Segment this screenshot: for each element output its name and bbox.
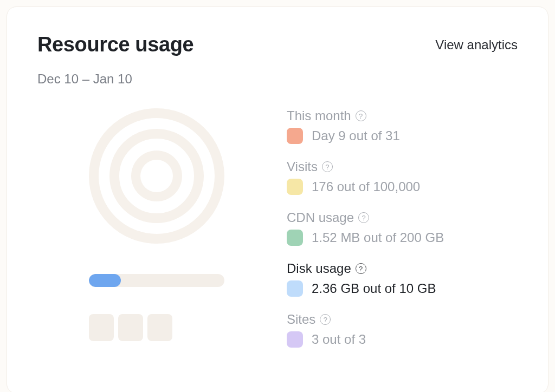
site-block <box>147 314 172 341</box>
radial-usage-chart <box>89 108 224 244</box>
color-swatch <box>287 230 303 246</box>
card-header: Resource usage View analytics <box>37 33 518 56</box>
metric-value: 1.52 MB out of 200 GB <box>312 230 444 245</box>
metric-label: This month <box>287 108 518 123</box>
info-icon[interactable] <box>358 212 369 223</box>
metrics-legend: This monthDay 9 out of 31Visits176 out o… <box>276 108 518 363</box>
color-swatch <box>287 280 303 297</box>
page-title: Resource usage <box>37 33 193 56</box>
info-icon[interactable] <box>356 263 366 274</box>
color-swatch <box>287 179 303 195</box>
metric-disk[interactable]: Disk usage2.36 GB out of 10 GB <box>287 261 518 297</box>
metric-value: Day 9 out of 31 <box>312 128 400 143</box>
disk-usage-bar <box>89 274 224 287</box>
metric-value: 176 out of 100,000 <box>312 179 420 194</box>
charts-column <box>37 108 276 363</box>
metric-month[interactable]: This monthDay 9 out of 31 <box>287 108 518 144</box>
metric-sites[interactable]: Sites3 out of 3 <box>287 312 518 348</box>
disk-usage-fill <box>89 274 121 287</box>
metric-visits[interactable]: Visits176 out of 100,000 <box>287 159 518 195</box>
view-analytics-link[interactable]: View analytics <box>435 37 518 53</box>
metric-label: Visits <box>287 159 518 174</box>
site-block <box>118 314 143 341</box>
metric-label: CDN usage <box>287 210 518 225</box>
info-icon[interactable] <box>320 314 331 325</box>
metric-cdn[interactable]: CDN usage1.52 MB out of 200 GB <box>287 210 518 246</box>
metric-label: Sites <box>287 312 518 327</box>
info-icon[interactable] <box>322 161 333 172</box>
sites-blocks <box>89 314 224 341</box>
site-block <box>89 314 114 341</box>
color-swatch <box>287 331 303 348</box>
metric-label: Disk usage <box>287 261 518 276</box>
metric-value: 2.36 GB out of 10 GB <box>312 281 436 296</box>
info-icon[interactable] <box>356 110 366 121</box>
card-body: This monthDay 9 out of 31Visits176 out o… <box>37 108 518 363</box>
metric-value: 3 out of 3 <box>312 332 366 347</box>
date-range: Dec 10 – Jan 10 <box>37 71 518 87</box>
resource-usage-card: Resource usage View analytics Dec 10 – J… <box>7 6 548 392</box>
color-swatch <box>287 128 303 144</box>
